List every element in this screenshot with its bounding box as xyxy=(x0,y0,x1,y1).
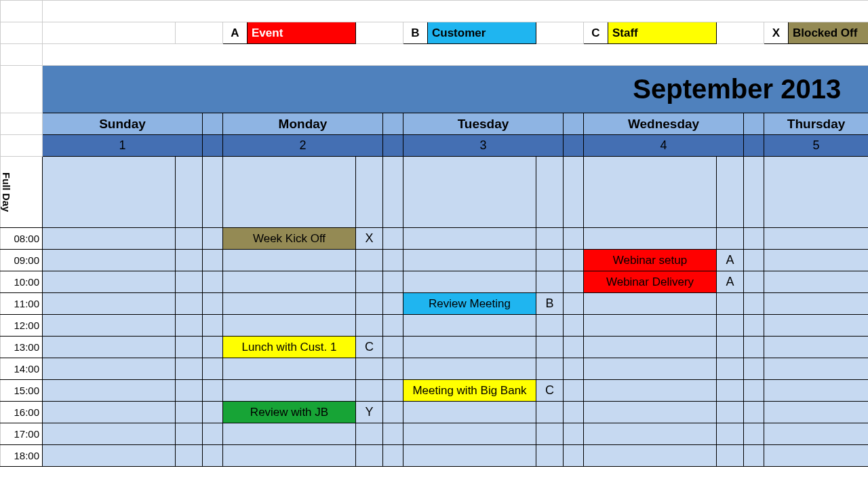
legend-blocked-label: Blocked Off xyxy=(789,22,868,43)
row-label-1400: 14:00 xyxy=(1,358,43,380)
day-head-thu: Thursday xyxy=(764,113,869,135)
cell-thu-0800[interactable] xyxy=(764,228,869,250)
event-webinar-delivery-code: A xyxy=(717,271,744,293)
legend-event-label: Event xyxy=(248,22,355,43)
row-fullday: Full Day xyxy=(1,157,869,228)
legend-customer-letter: B xyxy=(403,22,428,43)
date-mon: 2 xyxy=(223,135,383,157)
day-head-sun: Sunday xyxy=(43,113,203,135)
month-title: September 2013 xyxy=(43,66,869,113)
row-label-1300: 13:00 xyxy=(1,337,43,358)
row-0900: 09:00 Webinar setup A xyxy=(1,250,869,271)
cell-sun-fullday[interactable] xyxy=(43,157,176,228)
legend-event-letter: A xyxy=(223,22,248,43)
cell-tue-0800[interactable] xyxy=(403,228,536,250)
date-sun: 1 xyxy=(43,135,203,157)
row-1800: 18:00 xyxy=(1,445,869,467)
row-label-fullday: Full Day xyxy=(1,172,12,212)
event-bigbank-code: C xyxy=(536,380,564,402)
event-review-meeting[interactable]: Review Meeting xyxy=(403,293,536,315)
day-head-wed: Wednesday xyxy=(584,113,744,135)
cell-tue-fullday[interactable] xyxy=(403,157,536,228)
row-label-1600: 16:00 xyxy=(1,402,43,423)
event-kickoff-code: X xyxy=(356,228,383,250)
row-label-1500: 15:00 xyxy=(1,380,43,402)
legend-blocked-letter: X xyxy=(764,22,789,43)
event-review-meeting-code: B xyxy=(536,293,564,315)
cell-wed-fullday[interactable] xyxy=(584,157,717,228)
legend-customer: B Customer xyxy=(403,22,536,43)
cell-wed-0800[interactable] xyxy=(584,228,717,250)
row-1000: 10:00 Webinar Delivery A xyxy=(1,271,869,293)
legend-blocked: X Blocked Off xyxy=(764,22,868,43)
day-head-tue: Tuesday xyxy=(403,113,564,135)
legend-customer-label: Customer xyxy=(428,22,536,43)
legend-row: A Event B Customer C Staff X Blocked Off xyxy=(1,22,869,44)
event-reviewjb[interactable]: Review with JB xyxy=(223,402,356,423)
event-webinar-delivery[interactable]: Webinar Delivery xyxy=(584,271,717,293)
row-1600: 16:00 Review with JB Y xyxy=(1,402,869,423)
row-label-0800: 08:00 xyxy=(1,228,43,250)
row-1200: 12:00 xyxy=(1,315,869,337)
date-tue: 3 xyxy=(403,135,564,157)
event-reviewjb-code: Y xyxy=(356,402,383,423)
legend-staff-label: Staff xyxy=(608,22,716,43)
event-webinar-setup[interactable]: Webinar setup xyxy=(584,250,717,271)
cell-sun-0800[interactable] xyxy=(43,228,176,250)
legend-event: A Event xyxy=(223,22,355,43)
date-thu: 5 xyxy=(764,135,869,157)
event-kickoff[interactable]: Week Kick Off xyxy=(223,228,356,250)
day-head-mon: Monday xyxy=(223,113,383,135)
row-0800: 08:00 Week Kick Off X xyxy=(1,228,869,250)
event-webinar-setup-code: A xyxy=(717,250,744,271)
row-label-1700: 17:00 xyxy=(1,423,43,445)
row-1100: 11:00 Review Meeting B xyxy=(1,293,869,315)
cell-thu-fullday[interactable] xyxy=(764,157,869,228)
row-label-1800: 18:00 xyxy=(1,445,43,467)
row-1500: 15:00 Meeting with Big Bank C xyxy=(1,380,869,402)
row-label-1000: 10:00 xyxy=(1,271,43,293)
event-bigbank[interactable]: Meeting with Big Bank xyxy=(403,380,536,402)
event-lunch-code: C xyxy=(356,337,383,358)
row-1300: 13:00 Lunch with Cust. 1 C xyxy=(1,337,869,358)
date-wed: 4 xyxy=(584,135,744,157)
row-label-1100: 11:00 xyxy=(1,293,43,315)
row-1700: 17:00 xyxy=(1,423,869,445)
calendar-grid: A Event B Customer C Staff X Blocked Off… xyxy=(0,0,868,467)
cell-mon-fullday[interactable] xyxy=(223,157,356,228)
row-label-0900: 09:00 xyxy=(1,250,43,271)
row-1400: 14:00 xyxy=(1,358,869,380)
legend-staff-letter: C xyxy=(584,22,608,43)
row-label-1200: 12:00 xyxy=(1,315,43,337)
day-header-row: Sunday Monday Tuesday Wednesday Thursday xyxy=(1,113,869,135)
date-header-row: 1 2 3 4 5 xyxy=(1,135,869,157)
event-lunch[interactable]: Lunch with Cust. 1 xyxy=(223,337,356,358)
legend-staff: C Staff xyxy=(584,22,716,43)
